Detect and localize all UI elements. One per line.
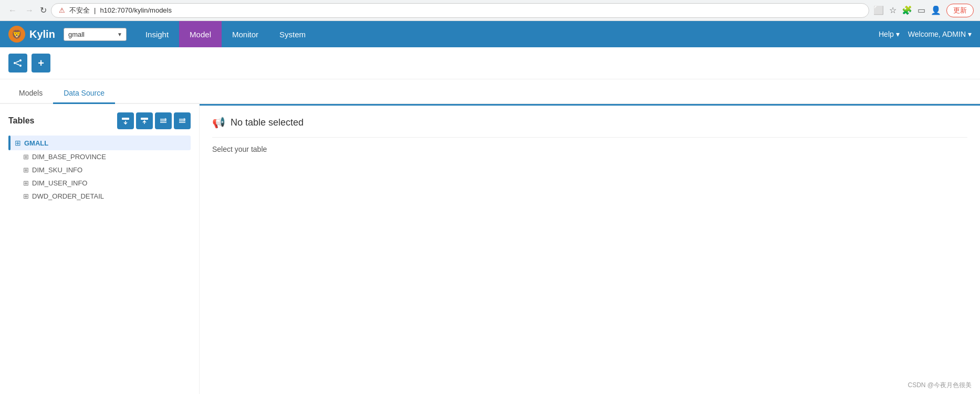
expand-button[interactable] [155, 112, 172, 129]
svg-line-4 [16, 64, 19, 65]
nav-system[interactable]: System [269, 21, 316, 47]
collapse-button[interactable] [174, 112, 191, 129]
url-text: h102:7070/kylin/models [100, 6, 172, 14]
nav-insight[interactable]: Insight [135, 21, 179, 47]
nav-model[interactable]: Model [179, 21, 222, 47]
browser-actions: ⬜ ☆ 🧩 ▭ 👤 更新 [873, 4, 974, 17]
address-warning-text: 不安全 [69, 6, 90, 15]
nav-items: Insight Model Monitor System [135, 21, 879, 47]
help-link[interactable]: Help ▾ [879, 30, 900, 38]
update-button[interactable]: 更新 [946, 4, 974, 17]
add-button[interactable]: + [32, 54, 50, 72]
table-label-2: DIM_USER_INFO [32, 179, 87, 187]
project-selector-wrap: gmall [64, 28, 127, 41]
navbar: 🦁 Kylin gmall Insight Model Monitor Syst… [0, 21, 980, 47]
brand-logo: 🦁 [8, 26, 25, 43]
select-table-text: Select your table [212, 145, 967, 153]
reload-button[interactable]: ↻ [40, 5, 47, 15]
svg-point-0 [19, 59, 22, 61]
table-icon-0: ⊞ [23, 153, 29, 161]
toolbar: + [0, 47, 980, 79]
extension-icon[interactable]: 🧩 [902, 5, 912, 15]
sync-table-button[interactable] [136, 112, 153, 129]
svg-point-1 [19, 65, 22, 67]
right-panel: 📢 No table selected Select your table [200, 104, 980, 394]
left-panel: Tables [0, 104, 200, 394]
svg-line-3 [16, 61, 19, 63]
security-warning: ⚠ [59, 6, 65, 14]
browser-bar: ← → ↻ ⚠ 不安全 | h102:7070/kylin/models ⬜ ☆… [0, 0, 980, 21]
footer-watermark: CSDN @今夜月色很美 [908, 381, 972, 390]
table-item-1[interactable]: ⊞ DIM_SKU_INFO [19, 163, 191, 177]
nav-right: Help ▾ Welcome, ADMIN ▾ [879, 30, 972, 38]
project-select[interactable]: gmall [64, 28, 127, 41]
table-label-0: DIM_BASE_PROVINCE [32, 153, 106, 161]
address-separator: | [94, 6, 96, 14]
tables-title: Tables [8, 116, 35, 126]
share-button[interactable] [8, 54, 27, 72]
tab-datasource[interactable]: Data Source [53, 84, 115, 104]
table-item-0[interactable]: ⊞ DIM_BASE_PROVINCE [19, 150, 191, 163]
window-icon[interactable]: ▭ [918, 5, 925, 15]
table-list: ⊞ DIM_BASE_PROVINCE ⊞ DIM_SKU_INFO ⊞ DIM… [19, 150, 191, 203]
svg-point-2 [14, 62, 16, 64]
tab-models[interactable]: Models [8, 84, 53, 104]
megaphone-icon: 📢 [212, 116, 225, 129]
table-icon-3: ⊞ [23, 192, 29, 200]
tables-header: Tables [8, 112, 191, 129]
table-icon-2: ⊞ [23, 179, 29, 187]
table-item-3[interactable]: ⊞ DWD_ORDER_DETAIL [19, 190, 191, 203]
brand: 🦁 Kylin [8, 26, 55, 43]
no-table-header: 📢 No table selected [212, 116, 967, 129]
address-bar: ⚠ 不安全 | h102:7070/kylin/models [51, 3, 869, 18]
bookmark-icon[interactable]: ☆ [889, 5, 896, 15]
nav-monitor[interactable]: Monitor [222, 21, 269, 47]
svg-rect-5 [122, 118, 129, 120]
back-button[interactable]: ← [6, 4, 19, 17]
brand-name: Kylin [29, 28, 55, 40]
database-icon: ⊞ [15, 139, 21, 147]
no-table-title: No table selected [231, 117, 304, 128]
table-tree: ⊞ GMALL ⊞ DIM_BASE_PROVINCE ⊞ DIM_SKU_IN… [8, 136, 191, 203]
svg-rect-7 [141, 118, 148, 120]
table-actions [117, 112, 191, 129]
content: Tables [0, 104, 980, 394]
database-item-wrap: ⊞ GMALL [8, 136, 191, 150]
translate-icon[interactable]: ⬜ [873, 5, 884, 15]
table-label-3: DWD_ORDER_DETAIL [32, 192, 104, 200]
database-item[interactable]: ⊞ GMALL [8, 136, 191, 150]
tabs: Models Data Source [0, 84, 980, 104]
welcome-text[interactable]: Welcome, ADMIN ▾ [908, 30, 972, 38]
forward-button[interactable]: → [23, 4, 36, 17]
load-table-button[interactable] [117, 112, 134, 129]
profile-icon[interactable]: 👤 [931, 5, 941, 15]
table-item-2[interactable]: ⊞ DIM_USER_INFO [19, 177, 191, 190]
table-icon-1: ⊞ [23, 166, 29, 174]
table-label-1: DIM_SKU_INFO [32, 166, 82, 174]
database-label: GMALL [24, 139, 48, 147]
